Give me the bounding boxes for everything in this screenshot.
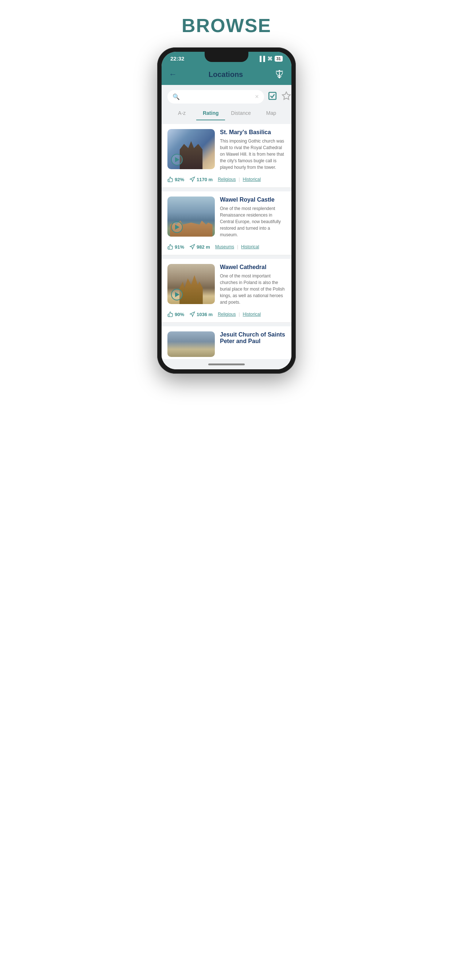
basilica-tags: Religious | Historical [218,177,261,182]
card-info-jesuit: Jesuit Church of Saints Peter and Paul [220,331,286,357]
tag-religious-cathedral[interactable]: Religious [218,312,236,317]
thumbs-up-icon-cathedral [167,311,173,317]
thumbs-up-icon [167,177,173,182]
basilica-distance: 1170 m [189,177,213,182]
page-wrapper: BROWSE 22:32 ▐▐ ⌘ 31 ← Locations [151,0,302,374]
home-bar[interactable] [208,363,245,365]
location-card-cathedral: Wawel Cathedral One of the most importan… [161,259,292,322]
tag-historical-cathedral[interactable]: Historical [243,312,261,317]
phone-inner: 22:32 ▐▐ ⌘ 31 ← Locations [161,52,292,369]
app-content: 🔍 × [161,85,292,369]
sort-tabs: A-z Rating Distance Map [161,103,292,120]
status-icons: ▐▐ ⌘ 31 [258,56,283,62]
basilica-image[interactable] [167,129,215,169]
svg-marker-12 [190,312,195,317]
search-input-wrap: 🔍 × [167,90,264,103]
cathedral-title: Wawel Cathedral [220,264,286,270]
play-triangle-icon-cathedral [175,292,179,297]
tag-historical-castle[interactable]: Historical [241,244,259,250]
checked-filter-icon[interactable] [268,91,277,103]
back-button[interactable]: ← [169,70,177,79]
home-indicator [161,359,292,369]
card-content-castle: Wawel Royal Castle One of the most respl… [167,197,286,238]
divider-2 [161,255,292,255]
cathedral-rating: 90% [167,311,184,317]
card-content-jesuit: Jesuit Church of Saints Peter and Paul [167,331,286,357]
app-header: ← Locations [161,65,292,85]
header-title: Locations [209,70,243,79]
star-filter-icon[interactable] [282,91,291,103]
castle-distance: 982 m [189,244,210,250]
cathedral-image[interactable] [167,264,215,304]
tag-museums-castle[interactable]: Museums [215,244,234,250]
basilica-meta: 92% 1170 m Religious | [167,174,286,182]
tab-az[interactable]: A-z [167,107,196,120]
play-triangle-icon [175,157,179,162]
basilica-rating: 92% [167,177,184,182]
download-icon[interactable] [274,70,284,79]
play-button-castle[interactable] [171,221,183,233]
svg-point-1 [279,70,280,72]
wifi-icon: ⌘ [267,56,273,62]
battery-badge: 31 [274,56,283,62]
cathedral-meta: 90% 1036 m Religious | [167,309,286,317]
cathedral-tags: Religious | Historical [218,312,261,317]
svg-marker-3 [282,92,290,100]
play-triangle-icon-castle [175,224,179,230]
notch [205,52,248,62]
navigate-icon-cathedral [189,311,195,317]
search-input[interactable] [183,94,252,100]
castle-tags: Museums | Historical [215,244,259,250]
tab-map[interactable]: Map [257,107,286,120]
status-time: 22:32 [170,56,184,62]
navigate-icon [189,177,195,182]
basilica-title: St. Mary's Basilica [220,129,286,135]
cathedral-distance: 1036 m [189,311,213,317]
divider-3 [161,322,292,323]
tag-religious-basilica[interactable]: Religious [218,177,236,182]
signal-icon: ▐▐ [258,56,265,62]
basilica-desc: This imposing Gothic church was built to… [220,138,286,170]
location-card-jesuit: Jesuit Church of Saints Peter and Paul [161,326,292,359]
tag-historical-basilica[interactable]: Historical [243,177,261,182]
jesuit-image[interactable] [167,331,215,357]
location-card-basilica: St. Mary's Basilica This imposing Gothic… [161,124,292,188]
tab-distance[interactable]: Distance [225,107,257,120]
jesuit-title: Jesuit Church of Saints Peter and Paul [220,331,286,345]
play-button-cathedral[interactable] [171,289,183,301]
browse-title: BROWSE [151,0,302,48]
svg-marker-10 [190,177,195,181]
card-content: St. Mary's Basilica This imposing Gothic… [167,129,286,170]
search-icon: 🔍 [172,93,180,100]
thumbs-up-icon-castle [167,244,173,250]
card-info-castle: Wawel Royal Castle One of the most respl… [220,197,286,238]
clear-icon[interactable]: × [255,93,259,100]
card-info-cathedral: Wawel Cathedral One of the most importan… [220,264,286,305]
castle-desc: One of the most resplendent Renaissance … [220,205,286,238]
card-content-cathedral: Wawel Cathedral One of the most importan… [167,264,286,305]
castle-rating: 91% [167,244,184,250]
card-info-basilica: St. Mary's Basilica This imposing Gothic… [220,129,286,170]
locations-list: St. Mary's Basilica This imposing Gothic… [161,124,292,359]
location-card-castle: Wawel Royal Castle One of the most respl… [161,191,292,255]
play-button-basilica[interactable] [171,154,183,165]
navigate-icon-castle [189,244,195,250]
cathedral-desc: One of the most important churches in Po… [220,273,286,305]
search-section: 🔍 × [161,85,292,103]
castle-image[interactable] [167,197,215,237]
tab-rating[interactable]: Rating [196,107,225,120]
castle-title: Wawel Royal Castle [220,197,286,203]
phone-shell: 22:32 ▐▐ ⌘ 31 ← Locations [157,48,296,374]
divider-1 [161,188,292,188]
castle-meta: 91% 982 m Museums | His [167,242,286,250]
svg-marker-11 [190,244,195,249]
svg-rect-2 [269,92,276,100]
filter-icons [268,91,292,103]
